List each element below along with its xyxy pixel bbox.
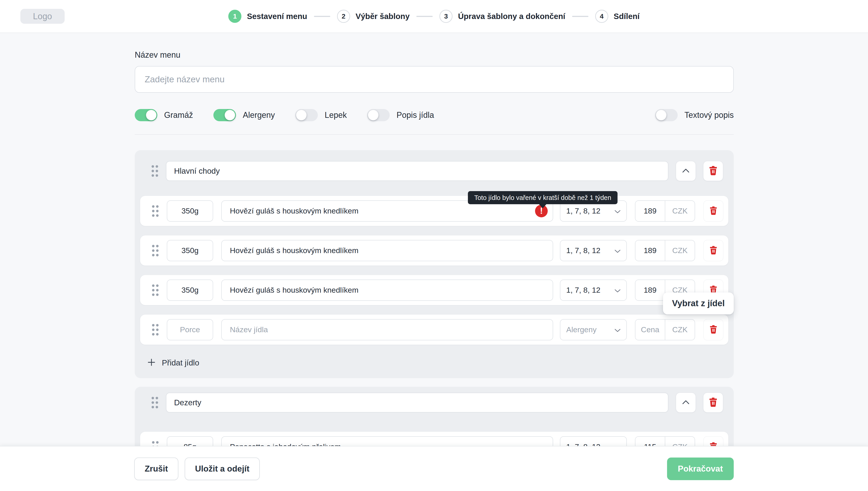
step-1-sestaveni-menu[interactable]: 1 Sestavení menu: [228, 10, 307, 23]
dish-drag-handle[interactable]: [151, 284, 160, 297]
menu-builder-content: Název menu Gramáž Alergeny Lepek Popis j…: [135, 33, 734, 491]
price-group: CZK: [635, 240, 695, 261]
step-4-label: Sdílení: [614, 12, 640, 21]
popis-jidla-toggle[interactable]: [367, 109, 390, 121]
portion-input[interactable]: [167, 280, 213, 301]
delete-dish-button[interactable]: [704, 200, 723, 222]
price-input[interactable]: [636, 240, 665, 261]
section-title-input[interactable]: [166, 161, 669, 181]
section-title-input[interactable]: [166, 393, 669, 412]
popis-jidla-toggle-label: Popis jídla: [397, 110, 434, 120]
currency-label: CZK: [665, 201, 694, 221]
dish-row-2: 1, 7, 8, 12 CZK: [140, 235, 728, 265]
allergens-select[interactable]: 1, 7, 8, 12: [560, 280, 627, 301]
allergens-select[interactable]: Alergeny: [560, 319, 627, 340]
toggle-group-gramaz: Gramáž: [135, 109, 193, 121]
toggle-knob: [656, 110, 666, 120]
save-and-exit-button[interactable]: Uložit a odejít: [185, 458, 260, 480]
footer-bar: Zrušit Uložit a odejít Pokračovat: [0, 446, 868, 491]
allergens-select[interactable]: 1, 7, 8, 12: [560, 240, 627, 261]
step-4-number: 4: [595, 10, 608, 23]
continue-button[interactable]: Pokračovat: [667, 458, 734, 480]
top-bar: Logo 1 Sestavení menu 2 Výběr šablony 3 …: [0, 0, 868, 33]
section-header: [140, 161, 728, 181]
step-connector: [314, 16, 330, 17]
dish-name-input[interactable]: [221, 319, 553, 340]
dish-name-wrap: [221, 280, 553, 301]
textovy-popis-toggle-label: Textový popis: [684, 110, 734, 120]
portion-input[interactable]: [167, 200, 213, 222]
chevron-down-icon: [615, 325, 620, 334]
step-3-label: Úprava šablony a dokončení: [458, 12, 565, 21]
step-4-sdileni[interactable]: 4 Sdílení: [595, 10, 640, 23]
allergens-value: 1, 7, 8, 12: [566, 246, 600, 255]
menu-name-input[interactable]: [135, 66, 734, 93]
trash-icon: [708, 397, 718, 408]
dish-warning-tooltip: Toto jídlo bylo vařené v kratší době než…: [468, 191, 618, 204]
step-3-uprava-sablony[interactable]: 3 Úprava šablony a dokončení: [439, 10, 565, 23]
dish-row-empty: Alergeny CZK: [140, 315, 728, 345]
gramaz-toggle-label: Gramáž: [164, 110, 193, 120]
price-input[interactable]: [636, 201, 665, 221]
dish-name-input[interactable]: [221, 240, 553, 261]
trash-icon: [709, 246, 718, 256]
portion-input[interactable]: [167, 319, 213, 340]
toggle-knob: [296, 110, 307, 120]
menu-name-label: Název menu: [135, 50, 734, 60]
dish-drag-handle[interactable]: [151, 204, 160, 218]
price-input[interactable]: [636, 280, 665, 300]
step-connector: [572, 16, 588, 17]
section-drag-handle[interactable]: [151, 165, 159, 177]
dish-rows: Toto jídlo bylo vařené v kratší době než…: [140, 196, 728, 345]
price-group: CZK: [635, 200, 695, 222]
section-drag-handle[interactable]: [151, 396, 159, 409]
step-1-label: Sestavení menu: [247, 12, 307, 21]
step-2-number: 2: [337, 10, 350, 23]
currency-label: CZK: [665, 320, 694, 340]
alergeny-toggle[interactable]: [213, 109, 236, 121]
dish-name-wrap: [221, 240, 553, 261]
delete-dish-button[interactable]: [704, 319, 723, 340]
price-input[interactable]: [636, 320, 665, 340]
cancel-button[interactable]: Zrušit: [134, 458, 178, 480]
chevron-down-icon: [615, 246, 620, 255]
add-dish-button[interactable]: Přidat jídlo: [147, 358, 199, 368]
delete-dish-button[interactable]: [704, 240, 723, 261]
select-from-dishes-button[interactable]: Vybrat z jídel: [663, 292, 734, 314]
delete-section-button[interactable]: [703, 393, 723, 412]
toggle-group-alergeny: Alergeny: [213, 109, 275, 121]
gramaz-toggle[interactable]: [135, 109, 157, 121]
allergens-value: 1, 7, 8, 12: [566, 286, 600, 294]
chevron-down-icon: [615, 286, 620, 294]
dish-name-wrap: [221, 319, 553, 340]
collapse-section-button[interactable]: [676, 393, 696, 412]
delete-section-button[interactable]: [703, 161, 723, 181]
chevron-up-icon: [682, 168, 689, 174]
currency-label: CZK: [665, 240, 694, 261]
section-header: [140, 393, 728, 412]
section-card-hlavni-chody: Toto jídlo bylo vařené v kratší době než…: [135, 150, 734, 378]
toggle-knob: [368, 110, 378, 120]
toggle-knob: [225, 110, 235, 120]
step-1-number: 1: [228, 10, 241, 23]
step-3-number: 3: [439, 10, 453, 23]
trash-icon: [709, 206, 718, 216]
allergens-value: 1, 7, 8, 12: [566, 206, 600, 215]
trash-icon: [708, 165, 718, 177]
portion-input[interactable]: [167, 240, 213, 261]
collapse-section-button[interactable]: [676, 161, 696, 181]
chevron-up-icon: [682, 400, 689, 405]
dish-drag-handle[interactable]: [151, 323, 160, 336]
logo: Logo: [20, 9, 65, 24]
dish-name-input[interactable]: [221, 280, 553, 301]
lepek-toggle[interactable]: [295, 109, 318, 121]
textovy-popis-toggle[interactable]: [655, 109, 678, 121]
toggle-group-lepek: Lepek: [295, 109, 347, 121]
step-2-label: Výběr šablony: [355, 12, 410, 21]
price-group: CZK: [635, 319, 695, 340]
step-2-vyber-sablony[interactable]: 2 Výběr šablony: [337, 10, 410, 23]
dish-drag-handle[interactable]: [151, 244, 160, 257]
dish-row-1: Toto jídlo bylo vařené v kratší době než…: [140, 196, 728, 226]
add-dish-label: Přidat jídlo: [162, 358, 199, 367]
plus-icon: [147, 358, 156, 368]
